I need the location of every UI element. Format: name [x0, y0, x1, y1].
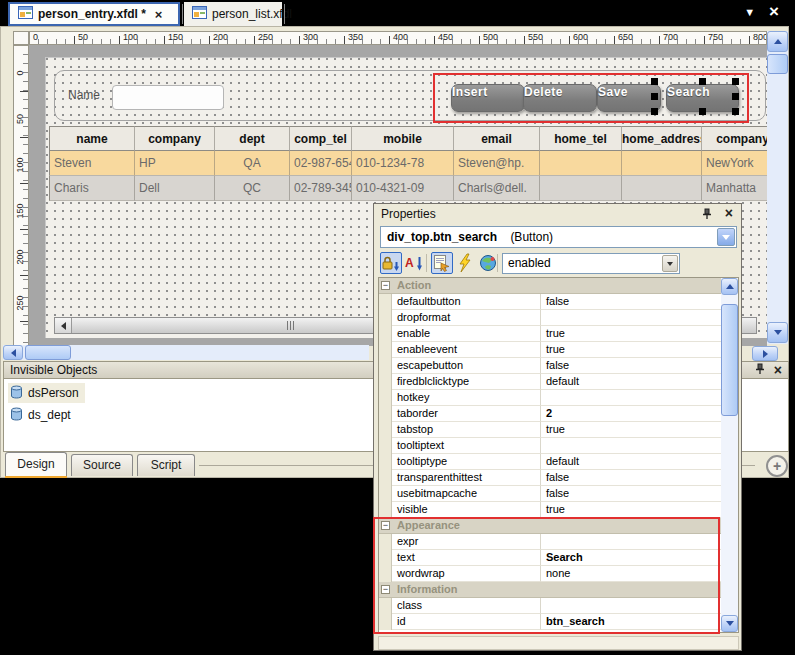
pin-icon[interactable]	[701, 209, 713, 223]
property-value[interactable]: false	[541, 294, 721, 310]
grid-column-header[interactable]: company	[135, 126, 215, 151]
collapse-toggle[interactable]: −	[381, 281, 390, 290]
object-selector-combo[interactable]: div_top.btn_search (Button)	[380, 226, 737, 248]
grid-row[interactable]: CharisDellQC02-789-3456010-4321-09Charls…	[49, 176, 767, 201]
expand-right-button[interactable]	[752, 346, 778, 361]
grid-row[interactable]: StevenHPQA02-987-6543010-1234-78Steven@h…	[49, 151, 767, 176]
scroll-down-button[interactable]	[767, 322, 788, 343]
property-section-action[interactable]: Action−	[379, 278, 721, 294]
property-pages-icon[interactable]	[431, 252, 453, 274]
invisible-object-dsPerson[interactable]: dsPerson	[8, 383, 85, 403]
combo-dropdown-button[interactable]	[717, 228, 735, 246]
tab-script[interactable]: Script	[137, 454, 195, 476]
name-input[interactable]	[112, 85, 224, 110]
property-row[interactable]: tooltiptext	[379, 438, 721, 454]
property-row[interactable]: hotkey	[379, 390, 721, 406]
zoom-plus-button[interactable]: +	[766, 455, 788, 477]
grid-column-header[interactable]: home_tel	[540, 126, 622, 151]
property-value[interactable]: true	[541, 342, 721, 358]
selection-handle[interactable]	[651, 108, 658, 115]
horizontal-scroll-thumb[interactable]	[25, 345, 71, 360]
tab-source[interactable]: Source	[71, 454, 133, 476]
property-row[interactable]: tabstoptrue	[379, 422, 721, 438]
selection-handle[interactable]	[732, 78, 739, 85]
property-value[interactable]: true	[541, 502, 721, 518]
property-row[interactable]: wordwrapnone	[379, 566, 721, 582]
property-row[interactable]: usebitmapcachefalse	[379, 486, 721, 502]
property-row[interactable]: class	[379, 598, 721, 614]
property-value[interactable]: 2	[541, 406, 721, 422]
events-icon[interactable]	[454, 252, 476, 274]
selection-handle[interactable]	[651, 78, 658, 85]
property-row[interactable]: escapebuttonfalse	[379, 358, 721, 374]
grid-column-header[interactable]: home_address	[622, 126, 702, 151]
delete-button[interactable]: Delete	[523, 84, 597, 112]
scroll-up-button[interactable]	[767, 31, 788, 52]
grid-scrollbar-grip[interactable]	[287, 321, 296, 330]
property-value[interactable]	[541, 598, 721, 614]
grid-column-header[interactable]: dept	[215, 126, 290, 151]
tab-close-icon[interactable]: ×	[155, 7, 163, 22]
property-value[interactable]: false	[541, 486, 721, 502]
property-value[interactable]	[541, 438, 721, 454]
panel-close-icon[interactable]: ×	[774, 362, 782, 378]
scroll-down-button[interactable]	[721, 615, 738, 632]
property-grid-scrollbar[interactable]	[721, 278, 738, 632]
selection-handle[interactable]	[651, 93, 658, 100]
property-row[interactable]: enableeventtrue	[379, 342, 721, 358]
property-value[interactable]: false	[541, 470, 721, 486]
property-value[interactable]: default	[541, 454, 721, 470]
property-filter-combo[interactable]: enabled	[502, 253, 680, 274]
property-value[interactable]: false	[541, 358, 721, 374]
property-row[interactable]: transparenthittestfalse	[379, 470, 721, 486]
property-row[interactable]: taborder2	[379, 406, 721, 422]
property-row[interactable]: firedblclicktypedefault	[379, 374, 721, 390]
collapse-toggle[interactable]: −	[381, 521, 390, 530]
property-value[interactable]: btn_search	[541, 614, 721, 630]
scroll-up-button[interactable]	[721, 278, 738, 295]
pin-icon[interactable]	[754, 363, 766, 379]
all-properties-icon[interactable]	[477, 252, 499, 274]
selection-handle[interactable]	[699, 108, 706, 115]
vertical-scroll-thumb[interactable]	[767, 54, 788, 74]
property-value[interactable]: Search	[541, 550, 721, 566]
property-row[interactable]: expr	[379, 534, 721, 550]
selection-handle[interactable]	[732, 108, 739, 115]
canvas-vertical-scrollbar[interactable]	[767, 31, 788, 344]
property-row[interactable]: enabletrue	[379, 326, 721, 342]
collapse-toggle[interactable]: −	[381, 585, 390, 594]
vertical-scroll-thumb[interactable]	[721, 304, 738, 416]
grid-column-header[interactable]: email	[454, 126, 540, 151]
property-row[interactable]: dropformat	[379, 310, 721, 326]
window-menu-icon[interactable]: ▼	[744, 6, 755, 18]
selection-handle[interactable]	[699, 78, 706, 85]
grid-scroll-left-button[interactable]	[55, 318, 72, 333]
alphabetic-sort-icon[interactable]: A	[403, 252, 425, 274]
property-value[interactable]: default	[541, 374, 721, 390]
property-value[interactable]: true	[541, 422, 721, 438]
property-value[interactable]	[541, 534, 721, 550]
property-row[interactable]: textSearch	[379, 550, 721, 566]
property-row[interactable]: tooltiptypedefault	[379, 454, 721, 470]
property-row[interactable]: defaultbuttonfalse	[379, 294, 721, 310]
property-value[interactable]: none	[541, 566, 721, 582]
property-section-information[interactable]: Information−	[379, 582, 721, 598]
grid-column-header[interactable]: company_add	[702, 126, 767, 151]
tab-design[interactable]: Design	[5, 452, 67, 476]
combo-dropdown-button[interactable]	[662, 255, 678, 272]
property-value[interactable]: true	[541, 326, 721, 342]
property-section-appearance[interactable]: Appearance−	[379, 518, 721, 534]
invisible-object-ds_dept[interactable]: ds_dept	[8, 405, 77, 425]
view-horizontal-scrollbar[interactable]	[3, 345, 369, 360]
property-value[interactable]	[541, 310, 721, 326]
insert-button[interactable]: Insert	[451, 84, 525, 112]
panel-close-icon[interactable]: ×	[725, 205, 733, 221]
data-grid[interactable]: namecompanydeptcomp_telmobileemailhome_t…	[49, 126, 767, 201]
categorized-sort-icon[interactable]	[380, 252, 402, 274]
document-tab-2[interactable]: person_list.xfdl	[184, 2, 282, 26]
scroll-left-button[interactable]	[3, 345, 23, 360]
grid-column-header[interactable]: mobile	[352, 126, 454, 151]
document-tab-1[interactable]: person_entry.xfdl *×	[8, 2, 180, 26]
property-row[interactable]: visibletrue	[379, 502, 721, 518]
grid-column-header[interactable]: comp_tel	[290, 126, 352, 151]
